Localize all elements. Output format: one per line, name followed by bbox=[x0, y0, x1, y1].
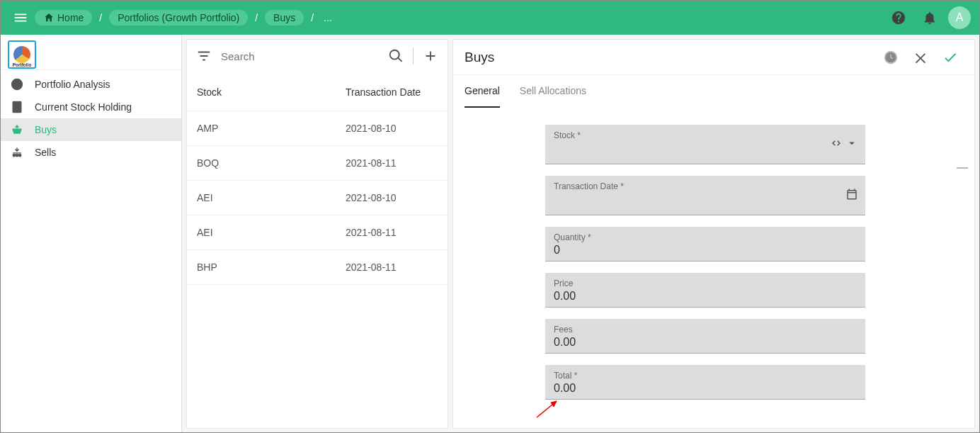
cell-date: 2021-08-11 bbox=[346, 262, 438, 273]
sidebar-item-buys[interactable]: Buys bbox=[1, 118, 181, 141]
filter-icon[interactable] bbox=[193, 45, 215, 67]
detail-title: Buys bbox=[465, 50, 494, 65]
field-value: 0.00 bbox=[554, 334, 857, 349]
piechart-icon bbox=[9, 77, 25, 92]
sidebar: Portfolio Portfolio Analysis Current Sto… bbox=[1, 35, 182, 433]
cell-date: 2021-08-11 bbox=[346, 157, 438, 169]
history-icon[interactable] bbox=[878, 45, 904, 70]
field-quantity[interactable]: Quantity * 0 bbox=[545, 227, 865, 262]
list-row[interactable]: AMP 2021-08-10 bbox=[187, 111, 448, 146]
sidebar-item-holding[interactable]: Current Stock Holding bbox=[1, 96, 181, 118]
add-icon[interactable] bbox=[419, 45, 442, 67]
avatar-initial: A bbox=[956, 11, 964, 24]
sidebar-item-analysis[interactable]: Portfolio Analysis bbox=[1, 73, 181, 96]
confirm-icon[interactable] bbox=[938, 45, 963, 70]
field-label: Price bbox=[554, 279, 857, 288]
chevron-down-icon[interactable] bbox=[845, 137, 858, 152]
menu-icon[interactable] bbox=[6, 4, 35, 32]
tabs: General Sell Allocations bbox=[453, 75, 974, 108]
topbar: Home / Portfolios (Growth Portfolio) / B… bbox=[1, 1, 979, 35]
crumb-buys[interactable]: Buys bbox=[265, 10, 304, 26]
cell-stock: AEI bbox=[197, 192, 346, 203]
list-row[interactable]: AEI 2021-08-10 bbox=[187, 181, 448, 215]
crumb-home[interactable]: Home bbox=[35, 10, 92, 26]
cell-date: 2021-08-10 bbox=[346, 192, 438, 203]
help-icon[interactable] bbox=[886, 5, 911, 30]
cell-date: 2021-08-11 bbox=[346, 227, 438, 238]
tab-sell-allocations[interactable]: Sell Allocations bbox=[520, 75, 586, 108]
field-stock[interactable]: Stock * bbox=[545, 125, 865, 164]
list-row[interactable]: BOQ 2021-08-11 bbox=[187, 146, 448, 181]
sidebar-item-label: Portfolio Analysis bbox=[35, 79, 110, 90]
portfolio-logo[interactable]: Portfolio bbox=[8, 40, 36, 69]
field-price[interactable]: Price 0.00 bbox=[545, 273, 865, 308]
list-row[interactable]: BHP 2021-08-11 bbox=[187, 250, 448, 285]
tab-general[interactable]: General bbox=[465, 75, 500, 108]
sell-icon bbox=[9, 145, 25, 160]
crumb-sep: / bbox=[308, 12, 317, 23]
cell-stock: BHP bbox=[197, 262, 346, 273]
avatar[interactable]: A bbox=[948, 6, 971, 29]
breadcrumb: Home / Portfolios (Growth Portfolio) / B… bbox=[35, 10, 335, 26]
field-label: Stock * bbox=[554, 130, 857, 140]
list-panel: Stock Transaction Date AMP 2021-08-10 BO… bbox=[186, 39, 448, 429]
crumb-ellipsis: ... bbox=[321, 12, 335, 23]
field-transaction-date[interactable]: Transaction Date * bbox=[545, 176, 865, 215]
field-value: 0.00 bbox=[554, 288, 857, 303]
field-label: Total * bbox=[554, 371, 857, 381]
cell-date: 2021-08-10 bbox=[346, 123, 438, 134]
col-stock-header: Stock bbox=[197, 86, 346, 98]
sidebar-header: Portfolio bbox=[1, 35, 181, 70]
cell-stock: AEI bbox=[197, 227, 346, 238]
crumb-sep: / bbox=[252, 12, 261, 23]
svg-point-4 bbox=[19, 154, 21, 157]
sidebar-item-label: Buys bbox=[35, 124, 57, 135]
calendar-icon[interactable] bbox=[845, 188, 858, 203]
field-fees[interactable]: Fees 0.00 bbox=[545, 319, 865, 354]
sidebar-item-sells[interactable]: Sells bbox=[1, 141, 181, 164]
field-label: Quantity * bbox=[554, 232, 857, 242]
crumb-home-label: Home bbox=[57, 12, 84, 23]
field-total[interactable]: Total * 0.00 bbox=[545, 365, 865, 400]
crumb-portfolios-label: Portfolios (Growth Portfolio) bbox=[118, 12, 239, 23]
bell-icon[interactable] bbox=[917, 5, 942, 30]
detail-panel: Buys General Sell Allocations Stock * bbox=[452, 39, 975, 429]
crumb-portfolios[interactable]: Portfolios (Growth Portfolio) bbox=[109, 10, 248, 26]
svg-point-2 bbox=[13, 154, 15, 157]
search-input[interactable] bbox=[221, 50, 379, 62]
col-date-header: Transaction Date bbox=[346, 86, 438, 98]
divider bbox=[413, 47, 414, 64]
cell-stock: BOQ bbox=[197, 157, 346, 169]
crumb-sep: / bbox=[96, 12, 105, 23]
field-label: Fees bbox=[554, 325, 857, 334]
scrollbar[interactable] bbox=[957, 167, 968, 252]
cell-stock: AMP bbox=[197, 123, 346, 134]
field-value: 0 bbox=[554, 242, 857, 257]
list-row[interactable]: AEI 2021-08-11 bbox=[187, 215, 448, 250]
form-area: Stock * Transaction Date * Quantity * 0 … bbox=[453, 108, 974, 428]
document-icon bbox=[9, 99, 25, 115]
buy-icon bbox=[9, 122, 25, 137]
sidebar-item-label: Current Stock Holding bbox=[35, 101, 132, 113]
list-header: Stock Transaction Date bbox=[187, 72, 448, 111]
field-value: 0.00 bbox=[554, 381, 857, 395]
close-icon[interactable] bbox=[908, 45, 933, 70]
field-label: Transaction Date * bbox=[554, 181, 857, 191]
crumb-buys-label: Buys bbox=[273, 12, 295, 23]
svg-point-3 bbox=[16, 154, 18, 157]
search-icon[interactable] bbox=[384, 45, 407, 67]
sidebar-item-label: Sells bbox=[35, 147, 56, 158]
code-icon[interactable] bbox=[830, 137, 843, 152]
